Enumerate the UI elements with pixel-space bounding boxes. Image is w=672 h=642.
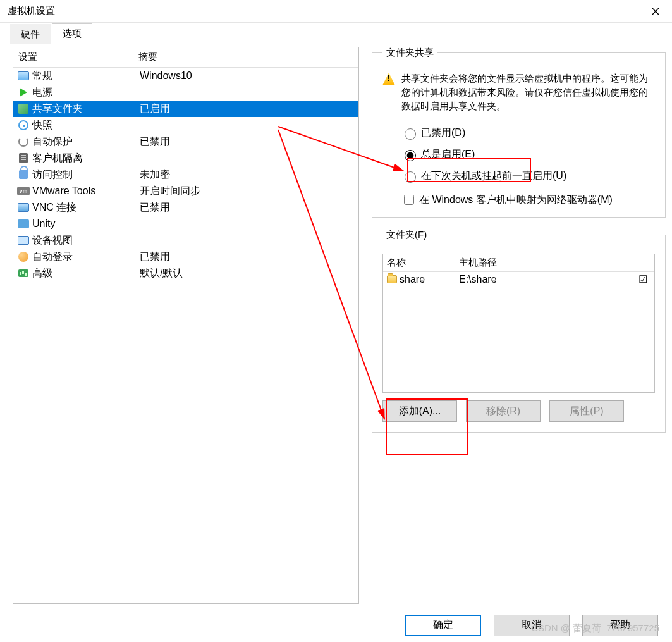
folder-icon bbox=[387, 275, 397, 283]
radio-until-input[interactable] bbox=[405, 171, 416, 183]
folder-list[interactable]: 名称 主机路径 share E:\share ☑ bbox=[382, 254, 655, 393]
cancel-button[interactable]: 取消 bbox=[494, 615, 570, 636]
device-view-icon bbox=[17, 234, 30, 247]
setting-vnc[interactable]: VNC 连接 已禁用 bbox=[13, 199, 358, 216]
autologin-icon bbox=[17, 250, 30, 263]
setting-autoprotect[interactable]: 自动保护 已禁用 bbox=[13, 133, 358, 150]
radio-disabled-input[interactable] bbox=[405, 128, 416, 140]
help-button[interactable]: 帮助 bbox=[582, 615, 658, 636]
radio-always-input[interactable] bbox=[405, 150, 416, 161]
radio-disabled[interactable]: 已禁用(D) bbox=[401, 122, 655, 144]
lock-icon bbox=[17, 168, 30, 181]
titlebar: 虚拟机设置 bbox=[0, 0, 672, 23]
setting-access-control[interactable]: 访问控制 未加密 bbox=[13, 166, 358, 183]
setting-unity[interactable]: Unity bbox=[13, 216, 358, 232]
unity-icon bbox=[17, 218, 30, 230]
add-folder-button[interactable]: 添加(A)... bbox=[382, 400, 457, 422]
folders-group: 文件夹(F) 名称 主机路径 share E:\share ☑ 添加(A)...… bbox=[372, 229, 666, 433]
setting-autologin[interactable]: 自动登录 已禁用 bbox=[13, 249, 358, 265]
shared-folder-icon bbox=[17, 102, 30, 115]
setting-shared-folders[interactable]: 共享文件夹 已启用 bbox=[13, 101, 358, 117]
map-network-drive-checkbox[interactable] bbox=[404, 195, 414, 205]
isolation-icon bbox=[17, 152, 30, 164]
dialog-footer: 确定 取消 帮助 bbox=[0, 608, 672, 642]
ok-button[interactable]: 确定 bbox=[405, 615, 481, 636]
setting-guest-isolation[interactable]: 客户机隔离 bbox=[13, 150, 358, 166]
radio-always-enabled[interactable]: 总是启用(E) bbox=[401, 144, 655, 165]
folders-legend: 文件夹(F) bbox=[382, 229, 431, 241]
autoprotect-icon bbox=[17, 135, 30, 148]
folder-list-header: 名称 主机路径 bbox=[383, 254, 654, 272]
snapshot-icon bbox=[17, 119, 30, 132]
tab-strip: 硬件 选项 bbox=[0, 23, 672, 44]
vmware-icon: vm bbox=[17, 185, 30, 197]
remove-folder-button: 移除(R) bbox=[466, 400, 541, 422]
warning-text: 共享文件夹会将您的文件显示给虚拟机中的程序。这可能为您的计算机和数据带来风险。请… bbox=[401, 71, 655, 113]
map-network-drive[interactable]: 在 Windows 客户机中映射为网络驱动器(M) bbox=[401, 193, 655, 207]
power-icon bbox=[17, 86, 30, 99]
warning-icon bbox=[382, 73, 395, 85]
setting-snapshot[interactable]: 快照 bbox=[13, 117, 358, 133]
advanced-icon bbox=[17, 267, 30, 280]
folder-sharing-group: 文件夹共享 共享文件夹会将您的文件显示给虚拟机中的程序。这可能为您的计算机和数据… bbox=[372, 47, 666, 218]
setting-power[interactable]: 电源 bbox=[13, 84, 358, 101]
close-button[interactable] bbox=[644, 3, 667, 20]
radio-until-shutdown[interactable]: 在下次关机或挂起前一直启用(U) bbox=[401, 165, 655, 187]
vm-settings-window: 虚拟机设置 硬件 选项 设置 摘要 常规 Windows10 电源 bbox=[0, 0, 672, 642]
setting-device-view[interactable]: 设备视图 bbox=[13, 232, 358, 249]
header-setting: 设置 bbox=[18, 51, 138, 63]
tab-hardware[interactable]: 硬件 bbox=[10, 24, 51, 44]
setting-advanced[interactable]: 高级 默认/默认 bbox=[13, 265, 358, 281]
folder-properties-button: 属性(P) bbox=[549, 400, 624, 422]
monitor-icon bbox=[17, 70, 30, 82]
setting-general[interactable]: 常规 Windows10 bbox=[13, 68, 358, 84]
folder-enabled-check: ☑ bbox=[635, 273, 651, 285]
settings-list-header: 设置 摘要 bbox=[13, 47, 358, 68]
header-summary: 摘要 bbox=[138, 51, 157, 63]
tab-options[interactable]: 选项 bbox=[52, 23, 92, 44]
setting-vmware-tools[interactable]: vm VMware Tools 开启时间同步 bbox=[13, 183, 358, 199]
close-icon bbox=[651, 7, 660, 16]
settings-list: 设置 摘要 常规 Windows10 电源 共享文件夹 已启用 快照 bbox=[13, 47, 359, 604]
vnc-icon bbox=[17, 201, 30, 214]
folder-row[interactable]: share E:\share ☑ bbox=[383, 272, 654, 287]
folder-sharing-legend: 文件夹共享 bbox=[382, 47, 437, 59]
window-title: 虚拟机设置 bbox=[5, 5, 55, 17]
